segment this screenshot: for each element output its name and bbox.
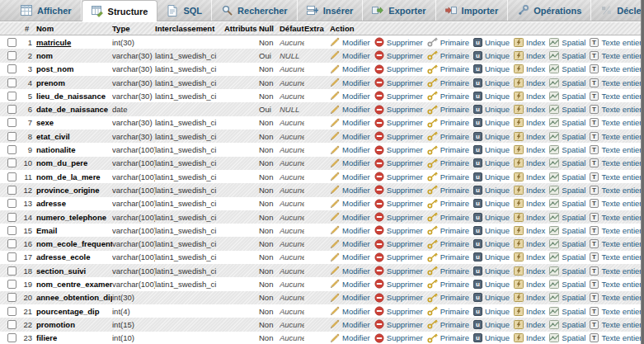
action-supprimer[interactable]: Supprimer xyxy=(374,225,423,235)
action-unique[interactable]: uUnique xyxy=(473,158,510,167)
action-supprimer[interactable]: Supprimer xyxy=(374,64,423,74)
action-supprimer[interactable]: Supprimer xyxy=(374,212,423,222)
action-unique[interactable]: uUnique xyxy=(473,132,510,141)
row-checkbox[interactable] xyxy=(7,239,16,248)
tab-operations[interactable]: Opérations xyxy=(508,0,591,21)
action-supprimer[interactable]: Supprimer xyxy=(374,158,423,168)
tab-exporter[interactable]: Exporter xyxy=(363,0,435,21)
action-supprimer[interactable]: Supprimer xyxy=(374,199,423,209)
action-modifier[interactable]: Modifier xyxy=(330,105,370,115)
action-texte-entier[interactable]: TTexte entier xyxy=(590,307,642,316)
action-index[interactable]: Index xyxy=(514,252,545,262)
action-modifier[interactable]: Modifier xyxy=(330,185,370,195)
action-unique[interactable]: uUnique xyxy=(473,186,510,195)
action-index[interactable]: Index xyxy=(514,172,545,181)
action-modifier[interactable]: Modifier xyxy=(330,64,370,74)
action-supprimer[interactable]: Supprimer xyxy=(374,239,423,249)
action-primaire[interactable]: Primaire xyxy=(427,279,469,289)
action-primaire[interactable]: Primaire xyxy=(427,212,469,222)
action-supprimer[interactable]: Supprimer xyxy=(374,105,423,115)
action-spatial[interactable]: Spatial xyxy=(549,186,585,195)
action-primaire[interactable]: Primaire xyxy=(427,266,469,276)
action-index[interactable]: Index xyxy=(514,64,545,73)
action-modifier[interactable]: Modifier xyxy=(330,306,370,316)
action-supprimer[interactable]: Supprimer xyxy=(374,252,423,262)
tab-importer[interactable]: Importer xyxy=(436,0,509,21)
action-primaire[interactable]: Primaire xyxy=(427,172,469,181)
row-checkbox[interactable] xyxy=(7,226,16,235)
action-modifier[interactable]: Modifier xyxy=(330,37,370,47)
tab-rechercher[interactable]: Rechercher xyxy=(212,0,298,21)
action-spatial[interactable]: Spatial xyxy=(549,38,585,47)
action-supprimer[interactable]: Supprimer xyxy=(374,50,423,60)
action-unique[interactable]: uUnique xyxy=(473,280,510,289)
action-texte-entier[interactable]: TTexte entier xyxy=(590,118,642,127)
tab-inserer[interactable]: Insérer xyxy=(298,0,364,21)
action-supprimer[interactable]: Supprimer xyxy=(374,266,423,276)
action-spatial[interactable]: Spatial xyxy=(549,333,585,342)
action-modifier[interactable]: Modifier xyxy=(330,293,370,303)
action-unique[interactable]: uUnique xyxy=(473,172,510,181)
action-texte-entier[interactable]: TTexte entier xyxy=(590,333,642,342)
action-primaire[interactable]: Primaire xyxy=(427,50,469,60)
action-unique[interactable]: uUnique xyxy=(473,307,510,316)
action-modifier[interactable]: Modifier xyxy=(330,252,370,262)
action-spatial[interactable]: Spatial xyxy=(549,145,585,154)
action-spatial[interactable]: Spatial xyxy=(549,172,585,181)
action-unique[interactable]: uUnique xyxy=(473,118,510,127)
action-unique[interactable]: uUnique xyxy=(473,145,510,154)
action-supprimer[interactable]: Supprimer xyxy=(374,131,423,141)
row-checkbox[interactable] xyxy=(7,92,16,101)
action-primaire[interactable]: Primaire xyxy=(427,252,469,262)
action-texte-entier[interactable]: TTexte entier xyxy=(590,92,642,101)
action-spatial[interactable]: Spatial xyxy=(549,307,585,316)
action-index[interactable]: Index xyxy=(514,145,545,154)
action-index[interactable]: Index xyxy=(514,186,545,195)
action-supprimer[interactable]: Supprimer xyxy=(374,279,423,289)
row-checkbox[interactable] xyxy=(7,158,16,167)
row-checkbox[interactable] xyxy=(7,186,16,195)
action-modifier[interactable]: Modifier xyxy=(330,158,370,168)
action-modifier[interactable]: Modifier xyxy=(330,212,370,222)
action-index[interactable]: Index xyxy=(514,78,545,87)
action-texte-entier[interactable]: TTexte entier xyxy=(590,252,642,262)
action-supprimer[interactable]: Supprimer xyxy=(374,91,423,101)
action-unique[interactable]: uUnique xyxy=(473,199,510,208)
action-unique[interactable]: uUnique xyxy=(473,266,510,276)
row-checkbox[interactable] xyxy=(7,78,16,87)
row-checkbox[interactable] xyxy=(7,252,16,262)
action-unique[interactable]: uUnique xyxy=(473,51,510,60)
action-unique[interactable]: uUnique xyxy=(473,293,510,302)
action-texte-entier[interactable]: TTexte entier xyxy=(590,213,642,222)
action-supprimer[interactable]: Supprimer xyxy=(374,293,423,303)
action-modifier[interactable]: Modifier xyxy=(330,319,370,329)
action-unique[interactable]: uUnique xyxy=(473,239,510,248)
action-primaire[interactable]: Primaire xyxy=(427,37,469,47)
action-index[interactable]: Index xyxy=(514,239,545,248)
tab-declencheurs[interactable]: Déclencheurs xyxy=(591,0,644,21)
action-modifier[interactable]: Modifier xyxy=(330,131,370,141)
row-checkbox[interactable] xyxy=(7,293,16,302)
action-supprimer[interactable]: Supprimer xyxy=(374,333,423,343)
action-texte-entier[interactable]: TTexte entier xyxy=(590,145,642,154)
action-modifier[interactable]: Modifier xyxy=(330,118,370,128)
action-spatial[interactable]: Spatial xyxy=(549,92,585,101)
action-modifier[interactable]: Modifier xyxy=(330,91,370,101)
action-index[interactable]: Index xyxy=(514,226,545,235)
action-supprimer[interactable]: Supprimer xyxy=(374,306,423,316)
action-spatial[interactable]: Spatial xyxy=(549,280,585,289)
action-primaire[interactable]: Primaire xyxy=(427,78,469,87)
row-checkbox[interactable] xyxy=(7,213,16,222)
action-supprimer[interactable]: Supprimer xyxy=(374,319,423,329)
row-checkbox[interactable] xyxy=(7,280,16,289)
action-texte-entier[interactable]: TTexte entier xyxy=(590,266,642,276)
action-primaire[interactable]: Primaire xyxy=(427,319,469,329)
action-texte-entier[interactable]: TTexte entier xyxy=(590,226,642,235)
action-primaire[interactable]: Primaire xyxy=(427,185,469,195)
action-unique[interactable]: uUnique xyxy=(473,92,510,101)
action-primaire[interactable]: Primaire xyxy=(427,145,469,155)
action-texte-entier[interactable]: TTexte entier xyxy=(590,64,642,73)
action-index[interactable]: Index xyxy=(514,266,545,276)
row-checkbox[interactable] xyxy=(7,51,16,60)
action-primaire[interactable]: Primaire xyxy=(427,199,469,209)
